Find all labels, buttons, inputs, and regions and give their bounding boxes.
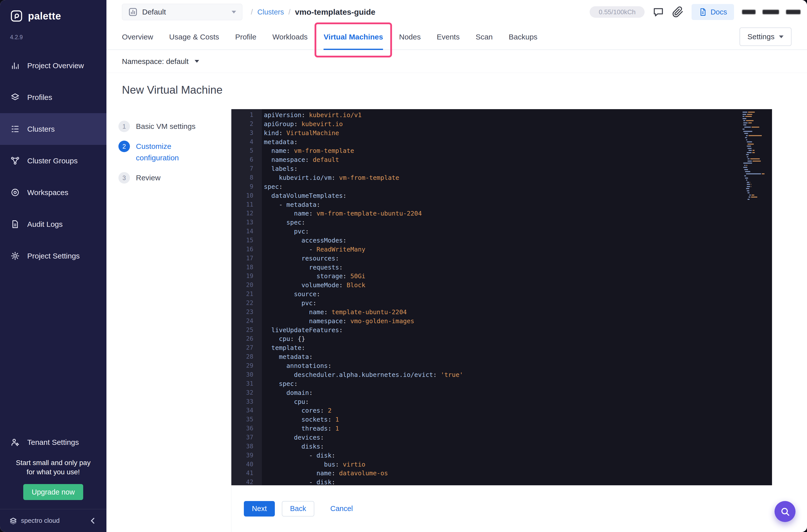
minimap-line: [743, 154, 769, 156]
minimap-line: [743, 186, 769, 188]
minimap-line: [743, 194, 769, 196]
code-line: domain:: [264, 388, 772, 397]
minimap-line: [743, 143, 769, 145]
caret-down-icon[interactable]: [195, 60, 199, 63]
code-line: apiGroup: kubevirt.io: [264, 120, 772, 129]
breadcrumb-current-page: vmo-templates-guide: [295, 7, 375, 17]
gear-icon: [11, 251, 20, 261]
wizard-content: 1Basic VM settings2Customize configurati…: [107, 109, 807, 532]
cancel-button[interactable]: Cancel: [330, 505, 353, 513]
brand: palette: [10, 10, 96, 22]
editor-code[interactable]: apiVersion: kubevirt.io/v1apiGroup: kube…: [262, 109, 772, 485]
step-review[interactable]: 3Review: [118, 172, 231, 184]
sidebar-item-label: Project Settings: [27, 252, 80, 260]
cluster-tab-bar: OverviewUsage & CostsProfileWorkloadsVir…: [107, 24, 807, 50]
step-customize-configuration[interactable]: 2Customize configuration: [118, 140, 231, 164]
line-number: 21: [231, 290, 254, 299]
minimap-line: [743, 158, 769, 160]
code-line: cpu: {}: [264, 335, 772, 343]
minimap-line: [743, 120, 769, 122]
main-area: Default / Clusters / vmo-templates-guide…: [107, 0, 807, 532]
minimap-line: [743, 156, 769, 158]
tab-profile[interactable]: Profile: [235, 24, 256, 50]
wizard-footer: Next Back Cancel: [231, 485, 807, 532]
brand-name: palette: [28, 11, 61, 22]
docs-button[interactable]: Docs: [692, 4, 734, 20]
code-line: disks:: [264, 442, 772, 451]
tab-virtual-machines[interactable]: Virtual Machines: [323, 24, 383, 50]
sidebar-secondary: Tenant Settings: [0, 426, 107, 458]
tab-scan[interactable]: Scan: [476, 24, 493, 50]
sidebar-item-workspaces[interactable]: Workspaces: [0, 176, 107, 208]
minimap-line: [743, 171, 769, 173]
project-selector[interactable]: Default: [122, 4, 242, 20]
code-line: storage: 50Gi: [264, 272, 772, 281]
line-number: 40: [231, 460, 254, 469]
yaml-editor[interactable]: 1234567891011121314151617181920212223242…: [231, 109, 772, 485]
breadcrumb-clusters-link[interactable]: Clusters: [257, 8, 284, 16]
sidebar-item-project-settings[interactable]: Project Settings: [0, 240, 107, 272]
code-line: requests:: [264, 263, 772, 272]
line-number: 41: [231, 469, 254, 478]
minimap-line: [743, 152, 769, 154]
code-line: liveUpdateFeatures:: [264, 326, 772, 335]
sidebar-item-tenant-settings[interactable]: Tenant Settings: [0, 426, 107, 458]
sidebar-item-clusters[interactable]: Clusters: [0, 113, 107, 145]
attachment-icon[interactable]: [672, 6, 683, 18]
tab-usage-costs[interactable]: Usage & Costs: [169, 24, 219, 50]
line-number: 12: [231, 209, 254, 218]
code-line: dataVolumeTemplates:: [264, 191, 772, 200]
step-basic-vm-settings[interactable]: 1Basic VM settings: [118, 121, 231, 132]
sidebar-item-audit-logs[interactable]: Audit Logs: [0, 208, 107, 240]
chevron-down-icon: [231, 11, 236, 14]
tab-backups[interactable]: Backups: [509, 24, 538, 50]
code-line: - disk:: [264, 451, 772, 460]
minimap-line: [743, 183, 769, 186]
sidebar-item-cluster-groups[interactable]: Cluster Groups: [0, 145, 107, 176]
search-fab-button[interactable]: [774, 501, 795, 522]
code-line: spec:: [264, 218, 772, 227]
document-icon: [698, 8, 707, 16]
minimap-line: [743, 192, 769, 194]
line-number: 3: [231, 129, 254, 138]
line-number: 27: [231, 343, 254, 353]
minimap-line: [743, 177, 769, 179]
upgrade-now-button[interactable]: Upgrade now: [23, 484, 83, 500]
header-actions: 0.55/100kCh Docs: [589, 4, 801, 20]
minimap-line: [743, 196, 769, 198]
next-button[interactable]: Next: [244, 501, 275, 516]
back-button[interactable]: Back: [282, 501, 314, 516]
version-label: 4.2.9: [10, 34, 96, 41]
code-line: - disk:: [264, 478, 772, 485]
line-number: 7: [231, 164, 254, 173]
collapse-sidebar-button[interactable]: [89, 516, 97, 525]
breadcrumb-separator: /: [288, 8, 290, 16]
line-number: 8: [231, 173, 254, 182]
sidebar-item-profiles[interactable]: Profiles: [0, 81, 107, 113]
settings-button[interactable]: Settings: [739, 27, 791, 46]
line-number: 23: [231, 308, 254, 317]
line-number: 38: [231, 442, 254, 451]
usage-quota-badge: 0.55/100kCh: [589, 6, 644, 18]
sidebar-top: palette 4.2.9: [0, 0, 107, 41]
minimap[interactable]: [743, 111, 769, 200]
settings-button-label: Settings: [748, 33, 774, 41]
namespace-selector-label[interactable]: Namespace: default: [122, 57, 189, 66]
tab-overview[interactable]: Overview: [122, 24, 153, 50]
line-number: 13: [231, 218, 254, 227]
tab-workloads[interactable]: Workloads: [272, 24, 307, 50]
chat-icon[interactable]: [653, 6, 664, 18]
sidebar-item-project-overview[interactable]: Project Overview: [0, 50, 107, 81]
app-screen: palette 4.2.9 Project OverviewProfilesCl…: [0, 0, 807, 532]
line-number: 42: [231, 478, 254, 485]
sidebar-item-label: Profiles: [27, 93, 52, 102]
sidebar-item-label: Tenant Settings: [27, 438, 79, 446]
code-line: spec:: [264, 379, 772, 388]
tab-events[interactable]: Events: [437, 24, 460, 50]
tab-nodes[interactable]: Nodes: [399, 24, 421, 50]
spectro-cloud-brand: spectro cloud: [9, 516, 60, 525]
code-line: source:: [264, 290, 772, 299]
minimap-line: [743, 169, 769, 171]
minimap-line: [743, 145, 769, 147]
editor-column: 1234567891011121314151617181920212223242…: [231, 109, 807, 532]
